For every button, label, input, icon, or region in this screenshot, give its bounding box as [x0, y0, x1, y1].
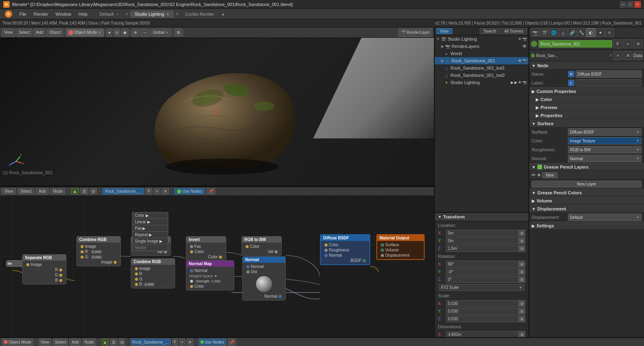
render-icon-l2[interactable]: 📷: [522, 80, 527, 84]
gp-layers-header[interactable]: ▼ Grease Pencil Layers: [529, 163, 644, 171]
bottom-use-nodes-btn[interactable]: Use Nodes: [198, 338, 226, 346]
physics-props-icon[interactable]: ⚛: [605, 28, 614, 37]
scene-props-icon[interactable]: 🎬: [540, 28, 549, 37]
mat-new-btn[interactable]: +: [613, 51, 622, 60]
loc-z-input[interactable]: 1.5m: [446, 245, 519, 252]
solid-shading-btn[interactable]: ●: [107, 29, 112, 37]
tree-item-world[interactable]: ● World: [435, 50, 528, 57]
menu-render[interactable]: Render: [31, 11, 52, 17]
menu-help[interactable]: Help: [75, 11, 91, 17]
constraint-props-icon[interactable]: 🔗: [568, 28, 577, 37]
tree-item-rock-001[interactable]: ▶ △ Rock_Sandstone_001 👁 📷: [435, 57, 528, 64]
loc-y-input[interactable]: 0m: [446, 237, 519, 244]
workspace-studio-add[interactable]: +: [167, 12, 169, 16]
world-props-icon[interactable]: 🌐: [549, 28, 558, 37]
menu-vector[interactable]: Vector: [132, 245, 168, 251]
mat-add-btn[interactable]: +: [623, 39, 632, 48]
loc-x-copy[interactable]: ⊠: [519, 230, 525, 237]
bottom-add-btn[interactable]: Add: [70, 338, 81, 346]
scale-z-copy[interactable]: ⊠: [519, 315, 525, 322]
bottom-select-btn[interactable]: Select: [53, 338, 68, 346]
gp-add-icon[interactable]: +: [537, 172, 541, 178]
bottom-pin-btn[interactable]: 📌: [228, 338, 236, 346]
custom-props-header[interactable]: ▶ Custom Properties: [529, 87, 644, 95]
ne-pin-btn[interactable]: 📌: [206, 188, 215, 194]
pivot-btn[interactable]: ⊕: [131, 29, 139, 37]
node-material-output[interactable]: Material Output Surface Volume Displa: [376, 234, 425, 260]
bottom-ne-icon1[interactable]: ▲: [101, 338, 109, 346]
loc-x-input[interactable]: 0m: [446, 230, 519, 237]
preview-section-header[interactable]: ▶ Preview: [529, 103, 644, 111]
scale-y-input[interactable]: 0.030: [446, 308, 519, 315]
manipulator-btn[interactable]: ↔: [140, 29, 149, 37]
node-section-header[interactable]: ▼ Node: [529, 62, 644, 70]
material-name-field[interactable]: Rock_Sandstone_001: [539, 40, 612, 47]
node-editor[interactable]: Im Separate RGB Image R: [0, 196, 434, 346]
add-menu[interactable]: Add: [33, 29, 45, 37]
ne-add-new-btn[interactable]: +: [154, 188, 160, 194]
bottom-add-btn2[interactable]: +: [180, 338, 185, 346]
bottom-view-btn[interactable]: View: [39, 338, 52, 346]
mat-remove-btn[interactable]: ✕: [634, 39, 642, 48]
color-value-field[interactable]: Image Texture ▼: [568, 137, 642, 144]
scale-z-input[interactable]: 0.030: [446, 315, 519, 322]
bottom-node-btn[interactable]: Node: [83, 338, 96, 346]
ne-add-btn[interactable]: Add: [36, 188, 49, 194]
rot-z-input[interactable]: 0°: [446, 276, 519, 283]
menu-flat[interactable]: Flat ▶: [132, 225, 168, 232]
ne-delete-btn[interactable]: ✕: [162, 188, 169, 194]
node-name-field[interactable]: Diffuse BSDF: [576, 70, 642, 78]
gp-layers-check[interactable]: [537, 165, 542, 169]
bottom-ne-icon3[interactable]: ⊟: [119, 338, 125, 346]
vis-icon-l[interactable]: ▶: [511, 80, 514, 84]
cycles-engine-icon[interactable]: ▲: [221, 12, 225, 16]
node-normal[interactable]: Normal Normal Dot: [242, 256, 286, 301]
surface-section-header[interactable]: ▼ Surface: [529, 119, 644, 128]
node-separate-rgb[interactable]: Separate RGB Image R G: [22, 254, 66, 284]
rl-icon[interactable]: 👁: [522, 44, 527, 49]
ne-use-nodes-btn[interactable]: Use Nodes: [174, 188, 205, 194]
ne-rock-san-btn[interactable]: Rock_Sandstone_...: [102, 188, 144, 194]
minimize-button[interactable]: —: [620, 1, 626, 8]
ne-select-btn[interactable]: Select: [18, 188, 35, 194]
menu-color[interactable]: Color ▶: [132, 212, 168, 219]
bottom-mode-btn[interactable]: Object Mode: [2, 338, 33, 346]
vis-icon1[interactable]: 👁: [518, 37, 522, 41]
scale-y-copy[interactable]: ⊠: [519, 308, 525, 315]
mat-data-tab[interactable]: Data: [634, 51, 642, 60]
snap-btn[interactable]: ⊞: [174, 29, 182, 37]
properties-section-header[interactable]: ▶ Properties: [529, 111, 644, 119]
normal-value-field[interactable]: Normal ▼: [568, 155, 642, 162]
rot-y-input[interactable]: -0°: [446, 268, 519, 275]
menu-blender-icon[interactable]: B: [2, 10, 15, 19]
gp-new-layer-btn[interactable]: New Layer: [532, 181, 642, 187]
mode-selector[interactable]: Object Mode ▼: [66, 29, 104, 37]
rot-mode-select[interactable]: XYZ Euler ▼: [439, 284, 524, 291]
node-label-field[interactable]: [576, 79, 642, 86]
gp-colors-header[interactable]: ▼ Grease Pencil Colors: [529, 189, 644, 197]
ne-material-icon[interactable]: ▲: [71, 188, 79, 194]
mat-browse-btn[interactable]: F: [613, 39, 622, 48]
mat-del-btn[interactable]: ✕: [623, 51, 632, 60]
scale-x-input[interactable]: 0.030: [446, 300, 519, 307]
rot-x-input[interactable]: 90°: [446, 261, 519, 268]
roughness-value-field[interactable]: RGB to BW ▼: [568, 146, 642, 153]
surface-value-field[interactable]: Diffuse BSDF ▼: [568, 128, 642, 136]
ne-view-btn[interactable]: View: [2, 188, 16, 194]
loc-y-copy[interactable]: ⊠: [519, 237, 525, 244]
render-icon1[interactable]: 📷: [522, 37, 527, 41]
node-invert[interactable]: Invert Fac Color Color: [186, 236, 226, 261]
close-button[interactable]: ✕: [634, 1, 641, 8]
wire-shading-btn[interactable]: ◎: [114, 29, 120, 37]
render-shading-btn[interactable]: ◉: [122, 29, 128, 37]
maximize-button[interactable]: □: [627, 1, 634, 8]
gp-new-btn[interactable]: New: [542, 172, 557, 178]
displacement-value-field[interactable]: Default ▼: [568, 214, 642, 221]
viewport-3d[interactable]: View Select Add Object Object Mode ▼ ● ◎…: [0, 27, 434, 186]
loc-z-copy[interactable]: ⊠: [519, 245, 525, 252]
displacement-section-header[interactable]: ▼ Displacement: [529, 205, 644, 213]
node-combine-rgb1[interactable]: Combine RGB Image R: 0.000: [76, 236, 121, 266]
object-menu[interactable]: Object: [47, 29, 63, 37]
rot-x-copy[interactable]: ⊠: [519, 261, 525, 268]
settings-section-header[interactable]: ▶ Settings: [529, 222, 644, 230]
